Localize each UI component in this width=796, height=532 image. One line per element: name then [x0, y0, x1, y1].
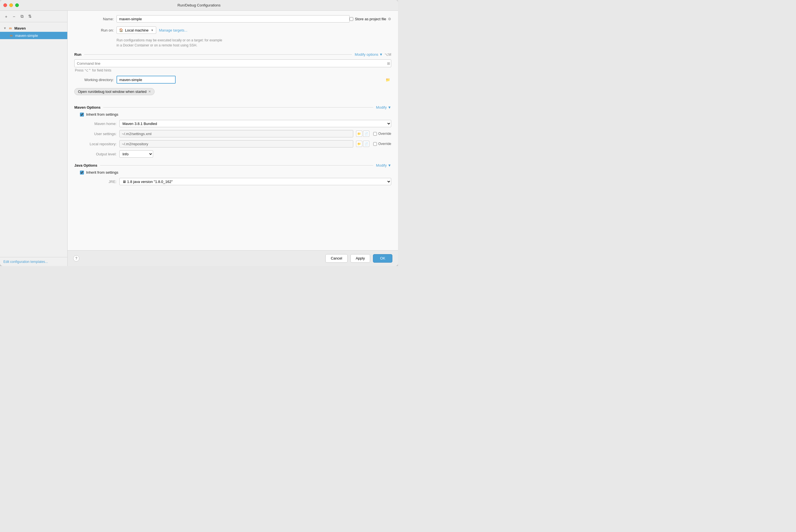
maven-child-icon: m	[9, 33, 14, 38]
close-button[interactable]	[3, 3, 7, 7]
sidebar-toolbar: + − ⧉ ⇅	[0, 11, 67, 22]
local-repo-file-btn[interactable]: 📄	[363, 141, 369, 147]
command-line-wrap: ⊞	[74, 59, 391, 67]
modify-options-link[interactable]: Modify options ▼	[355, 52, 383, 57]
run-on-row: Run on: 🏠 Local machine ▼ Manage targets…	[74, 26, 391, 34]
maven-home-dropdown[interactable]: Maven 3.8.1 Bundled	[119, 120, 391, 127]
maven-group-icon: m	[8, 26, 13, 31]
window-title: Run/Debug Configurations	[177, 3, 221, 7]
java-chevron-icon: ▼	[387, 163, 391, 168]
run-section-divider	[84, 54, 352, 55]
run-section-title: Run	[74, 52, 81, 57]
add-config-button[interactable]: +	[3, 13, 10, 20]
command-line-input[interactable]	[74, 59, 391, 67]
store-row: Store as project file ⚙	[349, 17, 391, 21]
ok-button[interactable]: OK	[373, 254, 392, 263]
manage-targets-link[interactable]: Manage targets...	[159, 28, 187, 32]
local-repo-input[interactable]	[119, 140, 353, 148]
java-options-divider	[100, 165, 373, 166]
local-repo-override-checkbox[interactable]	[373, 142, 377, 146]
store-as-project-label: Store as project file	[355, 17, 386, 21]
user-settings-action-buttons: 📁 📄	[356, 131, 369, 137]
remove-config-button[interactable]: −	[11, 13, 17, 20]
user-settings-label: User settings:	[80, 132, 116, 136]
output-level-row: Output level: Info Debug Warn Error	[80, 150, 391, 158]
java-modify-link[interactable]: Modify ▼	[376, 163, 391, 168]
local-repo-folder-btn[interactable]: 📁	[356, 141, 362, 147]
jre-row: JRE: 🖥 1.8 java version "1.8.0_162"	[80, 178, 391, 185]
form-area: Name: Store as project file ⚙ Run on: 🏠 …	[68, 11, 398, 250]
maven-options-header: Maven Options Modify ▼	[74, 105, 391, 110]
maven-options-section: Maven Options Modify ▼ Inherit from sett…	[74, 105, 391, 158]
traffic-lights	[3, 3, 19, 7]
content-area: + − ⧉ ⇅ ▼ m Maven m maven-simple	[0, 11, 398, 266]
press-hint: Press ⌥⌃ for field hints	[75, 69, 391, 72]
cancel-button[interactable]: Cancel	[325, 254, 347, 263]
java-options-title: Java Options	[74, 163, 97, 168]
bottom-bar: ? Cancel Apply OK	[68, 250, 398, 266]
run-on-dropdown[interactable]: 🏠 Local machine ▼	[116, 26, 156, 34]
run-hint: Run configurations may be executed local…	[116, 38, 391, 48]
maven-home-label: Maven home:	[80, 121, 116, 126]
name-row: Name: Store as project file ⚙	[74, 15, 391, 22]
maven-group-header[interactable]: ▼ m Maven	[0, 24, 67, 32]
title-bar: Run/Debug Configurations	[0, 0, 398, 11]
run-section-header: Run Modify options ▼ ⌥M	[74, 52, 391, 57]
edit-templates-link[interactable]: Edit configuration templates...	[3, 260, 48, 264]
working-dir-label: Working directory:	[74, 78, 114, 82]
maven-inherit-checkbox[interactable]	[80, 113, 84, 116]
working-dir-input[interactable]	[116, 76, 176, 83]
name-input[interactable]	[116, 15, 349, 22]
chevron-down-icon: ▼	[151, 29, 154, 32]
chevron-down-icon-2: ▼	[379, 52, 383, 57]
java-inherit-label: Inherit from settings	[86, 170, 118, 174]
sidebar-footer: Edit configuration templates...	[0, 257, 67, 266]
maven-chevron-icon: ▼	[387, 105, 391, 110]
settings-icon[interactable]: ⚙	[388, 17, 391, 21]
chip-label: Open run/debug tool window when started	[78, 90, 147, 94]
user-settings-override-checkbox[interactable]	[373, 132, 377, 136]
run-on-value: Local machine	[125, 28, 149, 32]
maven-home-row: Maven home: Maven 3.8.1 Bundled	[80, 120, 391, 127]
output-level-label: Output level:	[80, 152, 116, 156]
sidebar-item-label: maven-simple	[15, 34, 38, 38]
store-as-project-checkbox[interactable]	[349, 17, 353, 21]
maven-modify-link[interactable]: Modify ▼	[376, 105, 391, 110]
working-dir-row: Working directory: 📁	[74, 76, 391, 83]
java-options-header: Java Options Modify ▼	[74, 163, 391, 168]
local-repo-override-row: Override	[373, 142, 391, 146]
java-options-section: Java Options Modify ▼ Inherit from setti…	[74, 163, 391, 185]
user-settings-row: User settings: 📁 📄 Override	[80, 130, 391, 137]
maven-inherit-row: Inherit from settings	[80, 112, 391, 116]
open-tool-window-chip: Open run/debug tool window when started …	[74, 88, 391, 100]
copy-config-button[interactable]: ⧉	[19, 13, 25, 20]
jre-label: JRE:	[80, 179, 116, 184]
user-settings-input[interactable]	[119, 130, 353, 137]
sidebar-item-maven-simple[interactable]: m maven-simple	[0, 32, 67, 39]
maven-group-label: Maven	[14, 26, 25, 31]
sort-config-button[interactable]: ⇅	[26, 13, 33, 20]
window: Run/Debug Configurations + − ⧉ ⇅ ▼ m Mav…	[0, 0, 398, 266]
help-button[interactable]: ?	[73, 255, 79, 262]
apply-button[interactable]: Apply	[350, 254, 371, 263]
user-settings-folder-btn[interactable]: 📁	[356, 131, 362, 137]
expand-icon[interactable]: ⊞	[387, 61, 390, 65]
local-repo-row: Local repository: 📁 📄 Override	[80, 140, 391, 148]
local-repo-action-buttons: 📁 📄	[356, 141, 369, 147]
folder-icon[interactable]: 📁	[385, 78, 390, 82]
maven-group: ▼ m Maven m maven-simple	[0, 23, 67, 40]
maximize-button[interactable]	[15, 3, 19, 7]
java-inherit-row: Inherit from settings	[80, 170, 391, 174]
modify-options-label: Modify options	[355, 52, 378, 57]
maven-options-title: Maven Options	[74, 105, 100, 110]
jre-dropdown[interactable]: 🖥 1.8 java version "1.8.0_162"	[119, 178, 391, 185]
java-inherit-checkbox[interactable]	[80, 171, 84, 174]
chip-close-icon[interactable]: ✕	[148, 90, 151, 93]
maven-options-divider	[103, 107, 373, 108]
sidebar-list: ▼ m Maven m maven-simple	[0, 22, 67, 257]
maven-inherit-label: Inherit from settings	[86, 112, 118, 116]
user-settings-file-btn[interactable]: 📄	[363, 131, 369, 137]
output-level-dropdown[interactable]: Info Debug Warn Error	[119, 150, 153, 158]
modify-options-shortcut: ⌥M	[384, 53, 391, 57]
minimize-button[interactable]	[9, 3, 13, 7]
